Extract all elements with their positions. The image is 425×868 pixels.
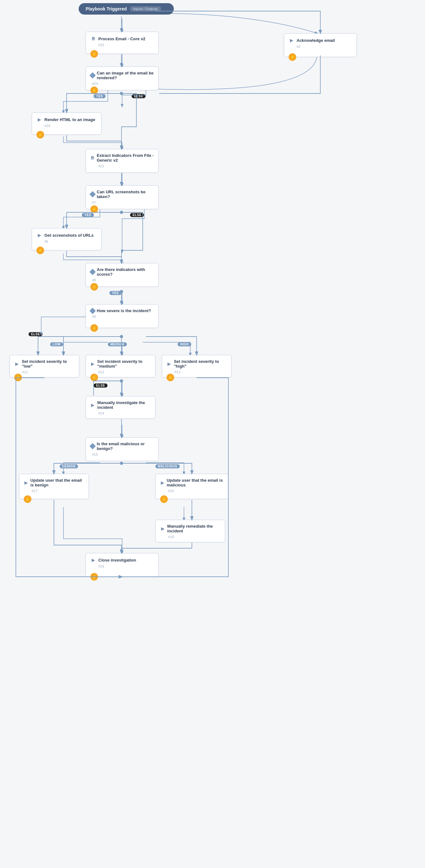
file-icon: 🖹 [90,36,96,41]
play-icon-10: ▶ [160,526,165,531]
yes-label-1: YES [93,94,106,98]
indicators-scores-node[interactable]: Are there indicators with scores? #8 ⚡ [86,263,159,287]
lightning-badge-8: ⚡ [90,324,98,332]
play-icon-6: ▶ [167,361,172,367]
close-investigation-node[interactable]: ▶ Close investigation #19 ⚡ [86,553,159,577]
play-icon-3: ▶ [36,232,42,238]
lightning-badge-12: ⚡ [24,495,31,503]
svg-point-17 [120,379,123,382]
manually-investigate-node[interactable]: ▶ Manually investigate the incident #14 [86,396,155,418]
svg-point-12 [120,211,123,214]
yes-label-2: YES [82,213,94,217]
benign-label: BENIGN [60,464,78,468]
diamond-icon-1 [89,72,96,79]
play-icon-2: ▶ [36,117,42,122]
manually-remediate-node[interactable]: ▶ Manually remediate the incident #18 [155,520,225,542]
trigger-badge: Inputs / Outputs [130,6,161,11]
can-screenshots-node[interactable]: Can URL screenshots be taken? #7 ⚡ [86,185,159,209]
play-icon: ▶ [289,37,294,43]
svg-point-20 [120,462,123,465]
low-label: LOW [50,342,63,346]
lightning-badge-7: ⚡ [90,283,98,290]
can-render-node[interactable]: Can an image of the email be rendered? #… [86,67,159,90]
update-malicious-node[interactable]: ▶ Update user that the email is maliciou… [155,474,228,499]
lightning-badge-9: ⚡ [14,374,22,381]
yes-label-3: YES [109,291,121,295]
play-icon-9: ▶ [160,480,164,486]
play-icon-8: ▶ [24,480,28,486]
lightning-badge: ⚡ [90,50,98,58]
trigger-label: Playbook Triggered [86,6,127,11]
get-screenshots-node[interactable]: ▶ Get screenshots of URLs #6 ⚡ [32,228,102,250]
svg-point-10 [120,92,123,95]
diamond-icon-4 [89,308,96,314]
lightning-badge-3: ⚡ [90,87,98,94]
acknowledge-email-node[interactable]: ▶ Acknowledge email #2 ⚡ [284,33,357,57]
malicious-label: MALICIOUS [155,464,180,468]
lightning-badge-5: ⚡ [90,205,98,213]
lightning-badge-4: ⚡ [36,131,44,138]
flowchart-canvas: Playbook Triggered Inputs / Outputs 🖹 Pr… [0,0,425,868]
render-html-node[interactable]: ▶ Render HTML to an image #24 ⚡ [32,113,102,135]
play-icon-11: ▶ [90,557,96,563]
set-low-node[interactable]: ▶ Set incident severity to "low" #11 ⚡ [9,355,79,377]
svg-point-15 [120,335,123,338]
play-icon-7: ▶ [90,402,95,408]
else-label-2: ELSE [130,213,144,217]
lightning-badge-6: ⚡ [36,247,44,254]
high-label: HIGH [178,342,191,346]
process-email-node[interactable]: 🖹 Process Email - Core v2 #25 ⚡ [86,32,159,54]
extract-indicators-node[interactable]: 🖹 Extract Indicators From File - Generic… [86,149,159,173]
lightning-badge-11: ⚡ [167,374,174,381]
lightning-badge-10: ⚡ [90,374,98,381]
lightning-badge-13: ⚡ [160,495,168,503]
else-label-1: ELSE [132,94,146,98]
diamond-icon-5 [89,443,96,450]
diamond-icon-2 [89,191,96,197]
trigger-node[interactable]: Playbook Triggered Inputs / Outputs [79,3,174,14]
diamond-icon-3 [89,269,96,275]
update-benign-node[interactable]: ▶ Update user that the email is benign #… [19,474,89,499]
play-icon-4: ▶ [14,361,20,367]
set-high-node[interactable]: ▶ Set incident severity to "high" #13 ⚡ [162,355,231,377]
file-icon-2: 🖹 [90,155,94,161]
lightning-badge-14: ⚡ [90,573,98,581]
lightning-badge-2: ⚡ [289,53,296,61]
else-label-4: ELSE [93,383,108,388]
email-malicious-node[interactable]: Is the email malicious or benign? #15 [86,437,159,461]
medium-label: MEDIUM [108,342,127,346]
how-severe-node[interactable]: How severe is the incident? #9 ⚡ [86,304,159,328]
set-medium-node[interactable]: ▶ Set incident severity to "medium" #12 … [86,355,155,377]
else-label-3: ELSE [29,332,42,336]
play-icon-5: ▶ [90,361,95,367]
